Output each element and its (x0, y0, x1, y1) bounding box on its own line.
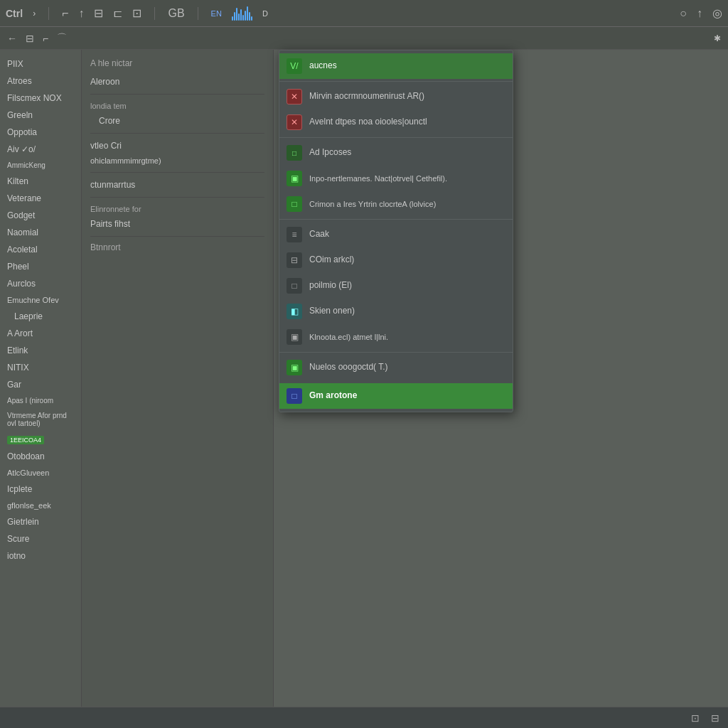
toolbar-separator (48, 7, 49, 20)
sidebar-item-emuchne[interactable]: Emuchne Ofev (0, 292, 81, 308)
dropdown-text-coim: COim arkcl) (309, 255, 505, 266)
dropdown-icon-coim: ⊟ (287, 252, 302, 268)
wave-icon[interactable]: ⌒ (57, 32, 67, 45)
sidebar-item-oppotia[interactable]: Oppotia (0, 124, 81, 141)
sidebar-item-kilten[interactable]: Kilten (0, 173, 81, 190)
dropdown-icon-poilmio: □ (287, 278, 302, 294)
dropdown-item-aucnes[interactable]: V/ aucnes (279, 53, 513, 79)
dropdown-item-nuelos[interactable]: ▣ Nuelos ooogoctd( T.) (279, 355, 513, 380)
middle-item-ohicla[interactable]: ohiclammmimrgtme) (90, 154, 264, 168)
sidebar-item-vtrmeme[interactable]: Vtrmeme Afor prnd ovl tartoel) (0, 408, 81, 431)
toolbar-icon-4[interactable]: ⊏ (113, 6, 122, 20)
middle-item-aleroon[interactable]: Aleroon (90, 74, 264, 90)
dropdown-item-inpo[interactable]: ▣ Inpo-nertlemanes. Nact|otrvel| Cethefi… (279, 166, 513, 191)
dropdown-item-caak[interactable]: ≡ Caak (279, 222, 513, 247)
dropdown-text-gm: Gm arotone (309, 390, 505, 402)
split-icon[interactable]: ⊟ (26, 33, 34, 44)
toolbar-icon-1[interactable]: ⌐ (62, 7, 68, 20)
dropdown-item-coim[interactable]: ⊟ COim arkcl) (279, 247, 513, 273)
sidebar-item-laeprie[interactable]: Laeprie (0, 308, 81, 325)
sidebar-item-ammickeng[interactable]: AmmicKeng (0, 158, 81, 173)
statusbar-icon-2[interactable]: ⊟ (711, 712, 719, 724)
corner-icon[interactable]: ⌐ (43, 33, 48, 44)
sidebar-item-pheel[interactable]: Pheel (0, 258, 81, 275)
sidebar-item-aiv[interactable]: Aiv ✓o/ (0, 141, 81, 158)
sidebar-item-veterane[interactable]: Veterane (0, 190, 81, 207)
dropdown-text-crimon: Crimon a Ires Yrtrin clocrteA (lolvice) (309, 199, 505, 209)
dropdown-sep-4 (279, 352, 513, 353)
middle-item-crore[interactable]: Crore (90, 113, 264, 129)
statusbar-icon-1[interactable]: ⊡ (691, 712, 700, 724)
dropdown-icon-aucnes: V/ (287, 58, 302, 74)
sidebar-item-piix[interactable]: PIIX (0, 55, 81, 73)
middle-btnnrort-title: Btnnrort (90, 242, 264, 252)
middle-item-pairts[interactable]: Pairts fihst (90, 216, 264, 232)
app-logo[interactable]: Ctrl (6, 8, 23, 19)
sidebar-item-nitix[interactable]: NITIX (0, 359, 81, 376)
middle-item-ctunmar[interactable]: ctunmarrtus (90, 177, 264, 193)
sidebar-item-atlcgluveen[interactable]: AtlcGluveen (0, 465, 81, 481)
toolbar-icon-2[interactable]: ↑ (78, 7, 84, 20)
dropdown-item-skien[interactable]: ◧ Skien onen) (279, 299, 513, 324)
toolbar-gb-icon[interactable]: GB (168, 7, 184, 20)
middle-separator-2 (90, 133, 264, 134)
dropdown-icon-mirvin: ✕ (287, 89, 302, 105)
dropdown-item-klnoota[interactable]: ▣ Klnoota.ecl) atmet l|lni. (279, 324, 513, 350)
sidebar-item-naomial[interactable]: Naomial (0, 224, 81, 241)
sidebar-item-iotno[interactable]: iotno (0, 547, 81, 564)
middle-separator-1 (90, 94, 264, 95)
sidebar-item-greeln[interactable]: Greeln (0, 107, 81, 124)
sidebar-item-icplete[interactable]: Icplete (0, 481, 81, 498)
sidebar-item-gar[interactable]: Gar (0, 376, 81, 393)
sidebar-item-aarort[interactable]: A Arort (0, 325, 81, 342)
toolbar-signal-icon[interactable]: ↑ (697, 7, 702, 20)
dropdown-text-mirvin: Mirvin aocrmnoumenirust AR() (309, 91, 505, 102)
dropdown-text-nuelos: Nuelos ooogoctd( T.) (309, 362, 505, 373)
dropdown-item-adipcoses[interactable]: □ Ad Ipcoses (279, 140, 513, 166)
sidebar-item-scure[interactable]: Scure (0, 530, 81, 547)
toolbar-lang-label: EN (211, 9, 222, 18)
secondary-toolbar: ← ⊟ ⌐ ⌒ ✱ (0, 27, 728, 50)
dropdown-item-mirvin[interactable]: ✕ Mirvin aocrmnoumenirust AR() (279, 84, 513, 109)
middle-item-londia[interactable]: londia tem (90, 99, 264, 113)
sidebar-item-gietrlein[interactable]: Gietrlein (0, 513, 81, 530)
toolbar-chevron[interactable]: › (33, 9, 36, 18)
sidebar-item-otobdoan[interactable]: Otobdoan (0, 448, 81, 465)
dropdown-icon-inpo: ▣ (287, 171, 302, 186)
dropdown-icon-crimon: □ (287, 196, 302, 212)
toolbar-separator-3 (198, 7, 198, 20)
sidebar-item-etlink[interactable]: Etlink (0, 342, 81, 359)
dropdown-icon-klnoota: ▣ (287, 329, 302, 345)
middle-separator-4 (90, 197, 264, 198)
sidebar-item-gflonlse[interactable]: gflonlse_eek (0, 498, 81, 513)
sidebar-item-godget[interactable]: Godget (0, 207, 81, 224)
sidebar-item-atroes[interactable]: Atroes (0, 73, 81, 90)
dropdown-icon-caak: ≡ (287, 227, 302, 242)
back-icon[interactable]: ← (7, 33, 17, 44)
dropdown-icon-nuelos: ▣ (287, 360, 302, 375)
toolbar-circle-icon[interactable]: ○ (680, 7, 687, 20)
dropdown-text-avelnt: Avelnt dtpes noa oiooles|ounctl (309, 117, 505, 128)
sidebar-item-acoletal[interactable]: Acoletal (0, 241, 81, 258)
toolbar-icon-3[interactable]: ⊟ (94, 6, 103, 20)
sidebar-item-filscmex[interactable]: Filscmex NOX (0, 90, 81, 107)
dropdown-text-klnoota: Klnoota.ecl) atmet l|lni. (309, 332, 505, 342)
extra-toolbar-icon[interactable]: ✱ (714, 33, 721, 43)
middle-item-elinron[interactable]: Elinronnete for (90, 202, 264, 216)
sidebar-item-aurclos[interactable]: Aurclos (0, 275, 81, 292)
dropdown-item-poilmio[interactable]: □ poilmio (El) (279, 273, 513, 299)
dropdown-text-inpo: Inpo-nertlemanes. Nact|otrvel| Cethefil)… (309, 173, 505, 183)
dropdown-item-avelnt[interactable]: ✕ Avelnt dtpes noa oiooles|ounctl (279, 109, 513, 135)
middle-item-vtleo[interactable]: vtleo Cri (90, 138, 264, 154)
dropdown-sep-2 (279, 137, 513, 138)
waveform-display (232, 6, 252, 21)
dropdown-text-poilmio: poilmio (El) (309, 280, 505, 291)
toolbar-icon-5[interactable]: ⊡ (132, 6, 141, 20)
dropdown-item-crimon[interactable]: □ Crimon a Ires Yrtrin clocrteA (lolvice… (279, 191, 513, 217)
toolbar-separator-2 (154, 7, 155, 20)
dropdown-item-gm[interactable]: □ Gm arotone (279, 383, 513, 409)
middle-column: A hle nictar Aleroon londia tem Crore vt… (82, 50, 274, 728)
toolbar-settings-icon[interactable]: ◎ (712, 6, 722, 20)
sidebar-item-apas[interactable]: Apas I (niroom (0, 393, 81, 408)
sidebar-item-badge[interactable]: 1EEICOA4 (0, 431, 81, 448)
